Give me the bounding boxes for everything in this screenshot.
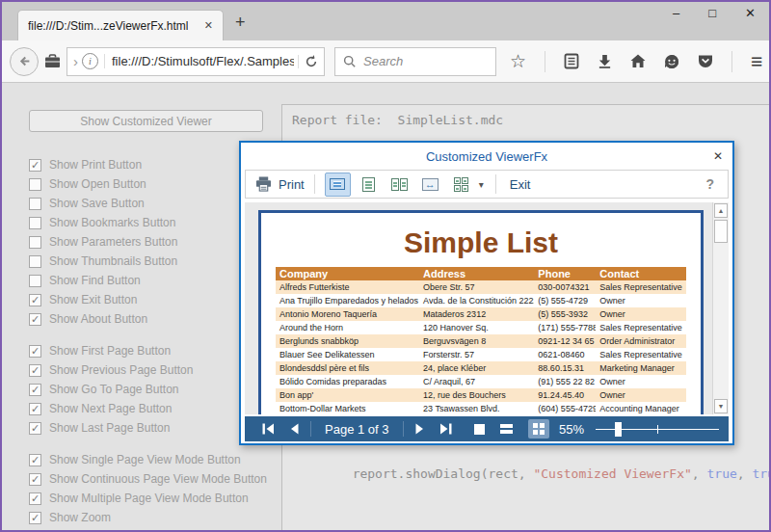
- maximize-button[interactable]: □: [708, 6, 716, 20]
- checkbox[interactable]: ✓: [29, 313, 41, 326]
- facing-pages-icon: [391, 178, 408, 191]
- column-header: Address: [419, 267, 534, 280]
- table-row: Ana Trujillo Emparedados y heladosAvda. …: [276, 294, 686, 307]
- single-page-mode-button[interactable]: [466, 416, 492, 441]
- vertical-scrollbar[interactable]: ▲ ▼: [712, 202, 729, 414]
- checkbox[interactable]: ✓: [29, 159, 41, 172]
- table-row: Around the Horn120 Hanover Sq.(171) 555-…: [276, 321, 686, 334]
- last-page-button[interactable]: [432, 416, 460, 441]
- search-input[interactable]: [361, 53, 488, 69]
- table-cell: Berguvsvägen 8: [419, 334, 534, 348]
- table-cell: Order Administrator: [596, 334, 686, 348]
- checkbox-row: Show Save Button: [29, 194, 267, 213]
- checkbox-row: Show Thumbnails Button: [29, 252, 267, 271]
- multiple-pages-mode-button[interactable]: [528, 419, 549, 439]
- checkbox[interactable]: ✓: [29, 364, 41, 377]
- url-bar[interactable]: › i file:///D:/Stimulsoft/Flex/.Samples/: [66, 47, 325, 76]
- checkbox[interactable]: [29, 217, 41, 229]
- checkbox[interactable]: [29, 198, 41, 210]
- checkbox[interactable]: [29, 236, 41, 249]
- continuous-view-button[interactable]: [356, 173, 382, 197]
- show-customized-viewer-button[interactable]: Show Customized Viewer: [29, 110, 263, 132]
- multiple-pages-view-button[interactable]: [448, 173, 474, 197]
- checkbox-panel: ✓Show Print ButtonShow Open ButtonShow S…: [29, 155, 267, 532]
- checkbox[interactable]: ✓: [29, 422, 41, 435]
- checkbox[interactable]: ✓: [29, 512, 41, 524]
- code-keyword: true: [752, 466, 771, 481]
- reading-list-icon[interactable]: [564, 53, 579, 69]
- scroll-down-icon[interactable]: ▼: [714, 399, 728, 413]
- table-cell: (171) 555-7788: [534, 321, 596, 334]
- back-arrow-icon: [18, 55, 31, 67]
- dialog-close-icon[interactable]: ✕: [713, 149, 723, 163]
- page-width-view-button[interactable]: ↔: [417, 173, 443, 197]
- dialog-title-bar[interactable]: Customized ViewerFx ✕: [241, 143, 732, 170]
- chat-icon[interactable]: [664, 54, 679, 69]
- download-icon[interactable]: [598, 54, 612, 68]
- table-row: Antonio Moreno TaqueríaMataderos 2312(5)…: [276, 307, 686, 321]
- checkbox[interactable]: ✓: [29, 294, 41, 306]
- browser-tab[interactable]: file:///D:/Stim...zeViewerFx.html ✕: [17, 10, 224, 40]
- first-page-button[interactable]: [254, 416, 282, 441]
- toolbar-separator: [731, 51, 732, 72]
- close-button[interactable]: ✕: [745, 6, 756, 20]
- continuous-mode-button[interactable]: [492, 416, 520, 441]
- back-button[interactable]: [10, 47, 39, 76]
- checkbox-row: Show Find Button: [29, 271, 267, 290]
- print-button[interactable]: Print: [255, 176, 305, 192]
- tab-bar: file:///D:/Stim...zeViewerFx.html ✕ + – …: [2, 2, 769, 40]
- checkbox-label: Show Exit Button: [49, 293, 137, 306]
- previous-page-button[interactable]: [282, 416, 306, 441]
- briefcase-icon[interactable]: [44, 54, 61, 68]
- checkbox[interactable]: [29, 178, 41, 191]
- pocket-icon[interactable]: [698, 54, 713, 68]
- info-icon[interactable]: i: [82, 53, 98, 69]
- zoom-slider[interactable]: [596, 421, 719, 437]
- report-file-line: Report file: SimpleList.mdc: [292, 113, 503, 127]
- single-page-view-button[interactable]: [325, 173, 351, 197]
- table-row: Alfreds FutterkisteObere Str. 57030-0074…: [276, 280, 686, 294]
- checkbox[interactable]: ✓: [29, 403, 41, 415]
- checkbox[interactable]: ✓: [29, 492, 41, 505]
- checkbox[interactable]: ✓: [29, 454, 41, 466]
- scroll-up-icon[interactable]: ▲: [714, 203, 728, 218]
- column-header: Contact: [596, 267, 686, 280]
- table-cell: (604) 555-4729: [534, 402, 596, 414]
- table-cell: Blondesddsl père et fils: [276, 361, 419, 375]
- slider-center-tick: [657, 425, 658, 434]
- table-cell: 24, place Kléber: [419, 361, 534, 375]
- checkbox[interactable]: [29, 275, 41, 287]
- checkbox[interactable]: ✓: [29, 473, 41, 486]
- reload-icon[interactable]: [298, 55, 318, 68]
- page-width-icon: ↔: [422, 178, 439, 191]
- tab-close-icon[interactable]: ✕: [197, 19, 213, 32]
- menu-icon[interactable]: ≡: [751, 52, 762, 71]
- help-button[interactable]: ?: [705, 176, 718, 192]
- slider-thumb[interactable]: [615, 422, 622, 437]
- table-cell: Avda. de la Constitución 2222: [419, 294, 534, 307]
- code-line: report.showDialog(rect, "Customized View…: [292, 452, 771, 495]
- checkbox[interactable]: ✓: [29, 345, 41, 358]
- exit-button[interactable]: Exit: [510, 177, 531, 192]
- checkbox-row: ✓Show Go To Page Button: [29, 380, 267, 399]
- home-icon[interactable]: [630, 54, 646, 68]
- page-indicator[interactable]: Page 1 of 3: [315, 422, 399, 437]
- view-mode-dropdown-icon[interactable]: ▾: [479, 179, 484, 190]
- table-cell: Bon app': [276, 388, 419, 402]
- table-cell: Around the Horn: [276, 321, 419, 334]
- next-page-button[interactable]: [408, 416, 432, 441]
- table-cell: 120 Hanover Sq.: [419, 321, 534, 334]
- scrollbar-thumb[interactable]: [714, 220, 728, 243]
- facing-pages-view-button[interactable]: [386, 173, 412, 197]
- checkbox[interactable]: ✓: [29, 384, 41, 396]
- bookmark-star-icon[interactable]: ☆: [510, 52, 526, 70]
- url-text[interactable]: file:///D:/Stimulsoft/Flex/.Samples/: [104, 54, 294, 68]
- minimize-button[interactable]: –: [673, 6, 679, 20]
- checkbox[interactable]: [29, 255, 41, 268]
- search-box[interactable]: [334, 47, 496, 76]
- viewer-status-bar: Page 1 of 3 55%: [245, 416, 729, 441]
- single-page-icon: [330, 178, 345, 190]
- checkbox-label: Show Bookmarks Button: [49, 216, 175, 229]
- table-cell: Ana Trujillo Emparedados y helados: [276, 294, 419, 307]
- new-tab-button[interactable]: +: [235, 13, 246, 31]
